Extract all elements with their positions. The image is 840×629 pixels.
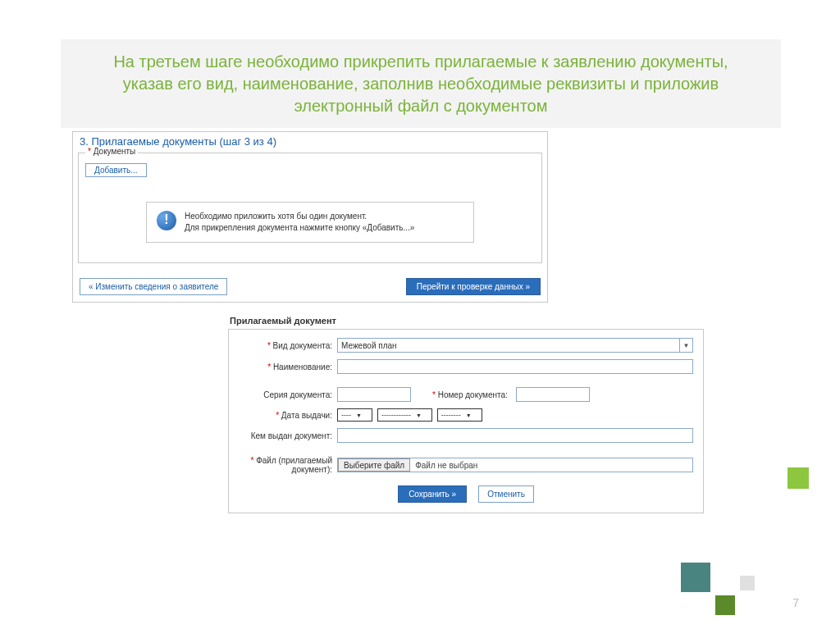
save-button[interactable]: Сохранить » (398, 485, 467, 503)
series-input[interactable] (337, 387, 411, 402)
required-mark: * (88, 147, 91, 156)
deco-square (681, 563, 710, 592)
label-file: * Файл (прилагаемый документ): (239, 456, 337, 474)
label-doc-type-text: Вид документа: (273, 341, 332, 350)
documents-fieldset: * Документы Добавить... Необходимо прило… (78, 153, 542, 263)
row-file: * Файл (прилагаемый документ): Выберите … (239, 456, 693, 474)
doc-type-select[interactable]: Межевой план ▼ (337, 338, 693, 353)
documents-legend-text: Документы (94, 147, 136, 156)
label-number-text: Номер документа: (438, 390, 508, 399)
series-number-group: * Номер документа: (337, 387, 693, 402)
issued-by-input[interactable] (337, 428, 693, 443)
page-number: 7 (792, 596, 799, 609)
label-number: * Номер документа: (432, 390, 508, 399)
name-input[interactable] (337, 359, 693, 374)
chevron-down-icon: ▼ (679, 339, 692, 352)
panel1-title: 3. Прилагаемые документы (шаг 3 из 4) (73, 132, 547, 153)
label-file-text: Файл (прилагаемый документ): (256, 456, 332, 474)
required-mark: * (276, 411, 279, 420)
date-year-select[interactable]: -------- (437, 408, 482, 422)
date-month-select[interactable]: ------------ (377, 408, 432, 422)
row-doc-type: * Вид документа: Межевой план ▼ (239, 338, 693, 353)
panel1-footer: « Изменить сведения о заявителе Перейти … (73, 271, 547, 302)
attached-document-form: Прилагаемый документ * Вид документа: Ме… (228, 312, 704, 513)
number-input[interactable] (516, 387, 590, 402)
label-issue-date: * Дата выдачи: (239, 411, 337, 420)
row-issued-by: Кем выдан документ: (239, 428, 693, 443)
file-picker[interactable]: Выберите файл Файл не выбран (337, 458, 693, 472)
panel2-footer: Сохранить » Отменить (239, 485, 693, 503)
next-button[interactable]: Перейти к проверке данных » (406, 278, 541, 295)
label-issued-by: Кем выдан документ: (239, 431, 337, 440)
doc-type-value: Межевой план (341, 341, 397, 350)
info-icon (157, 211, 176, 230)
date-group: ---- ------------ -------- (337, 408, 693, 422)
back-button[interactable]: « Изменить сведения о заявителе (80, 278, 227, 295)
required-mark: * (267, 341, 271, 350)
row-series-number: Серия документа: * Номер документа: (239, 387, 693, 402)
attached-docs-panel: 3. Прилагаемые документы (шаг 3 из 4) * … (72, 131, 548, 303)
cancel-button[interactable]: Отменить (478, 485, 534, 503)
deco-square (715, 595, 735, 615)
info-line1: Необходимо приложить хотя бы один докуме… (185, 211, 414, 222)
deco-square (740, 576, 755, 590)
info-message-box: Необходимо приложить хотя бы один докуме… (146, 202, 474, 243)
required-mark: * (432, 390, 436, 399)
row-name: * Наименование: (239, 359, 693, 374)
panel2-title: Прилагаемый документ (228, 312, 704, 329)
file-status-text: Файл не выбран (410, 461, 477, 470)
add-document-button[interactable]: Добавить... (85, 163, 147, 177)
instruction-banner: На третьем шаге необходимо прикрепить пр… (61, 39, 781, 128)
info-message-text: Необходимо приложить хотя бы один докуме… (185, 211, 414, 234)
choose-file-button[interactable]: Выберите файл (338, 458, 410, 472)
label-doc-type: * Вид документа: (239, 341, 337, 350)
date-day-select[interactable]: ---- (337, 408, 372, 422)
instruction-text: На третьем шаге необходимо прикрепить пр… (94, 51, 748, 117)
panel2-body: * Вид документа: Межевой план ▼ * Наимен… (228, 329, 704, 513)
label-name: * Наименование: (239, 362, 337, 371)
deco-square (788, 467, 809, 489)
label-name-text: Наименование: (273, 362, 332, 371)
label-series: Серия документа: (239, 390, 337, 399)
label-issue-date-text: Дата выдачи: (281, 411, 332, 420)
row-issue-date: * Дата выдачи: ---- ------------ -------… (239, 408, 693, 422)
required-mark: * (250, 456, 253, 465)
documents-legend: * Документы (85, 147, 138, 156)
info-line2: Для прикрепления документа нажмите кнопк… (185, 222, 414, 234)
required-mark: * (267, 362, 271, 371)
